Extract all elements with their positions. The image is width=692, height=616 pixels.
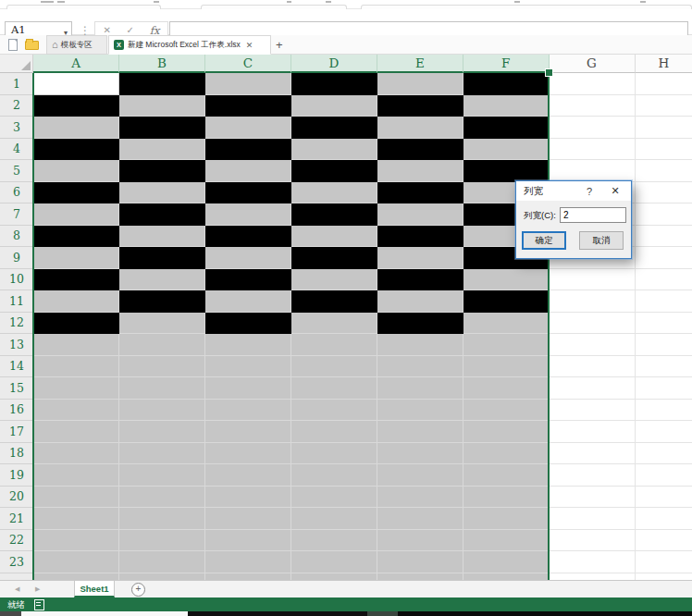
cell-D13[interactable] <box>291 334 377 356</box>
cell-F13[interactable] <box>463 334 550 356</box>
cell-H21[interactable] <box>636 508 692 530</box>
cell-C15[interactable] <box>205 377 291 400</box>
row-header-11[interactable]: 11 <box>0 290 33 313</box>
prev-sheet-icon[interactable]: ◀ <box>15 585 19 593</box>
cell-D24[interactable] <box>291 573 377 581</box>
cell-D22[interactable] <box>291 530 377 552</box>
cell-C12[interactable] <box>205 313 291 335</box>
row-header-17[interactable]: 17 <box>0 421 33 443</box>
cell-A13[interactable] <box>33 334 119 356</box>
cell-E3[interactable] <box>377 117 463 139</box>
cell-G23[interactable] <box>550 551 636 573</box>
cell-A9[interactable] <box>33 247 119 269</box>
cell-G2[interactable] <box>550 95 636 117</box>
close-icon[interactable]: ✕ <box>609 185 622 197</box>
cell-E13[interactable] <box>377 334 463 356</box>
cell-H20[interactable] <box>636 487 692 509</box>
column-header-E[interactable]: E <box>377 55 463 73</box>
new-document-icon[interactable] <box>8 39 18 51</box>
cell-D17[interactable] <box>291 421 377 443</box>
row-header-14[interactable]: 14 <box>0 356 33 378</box>
cell-C11[interactable] <box>205 290 291 313</box>
row-header-10[interactable]: 10 <box>0 269 33 291</box>
cell-B22[interactable] <box>119 530 205 552</box>
cancel-entry-icon[interactable]: ✕ <box>103 25 110 35</box>
cell-F20[interactable] <box>463 487 550 509</box>
cell-D2[interactable] <box>291 95 377 117</box>
cell-F2[interactable] <box>463 95 550 117</box>
cell-G11[interactable] <box>550 290 636 313</box>
cell-E12[interactable] <box>377 313 463 335</box>
cell-G17[interactable] <box>550 421 636 443</box>
cell-B10[interactable] <box>119 269 205 291</box>
cell-G13[interactable] <box>550 334 636 356</box>
cell-A19[interactable] <box>33 464 119 487</box>
row-header-1[interactable]: 1 <box>0 73 33 95</box>
row-header-13[interactable]: 13 <box>0 334 33 356</box>
cell-E16[interactable] <box>377 400 463 422</box>
cell-A2[interactable] <box>33 95 119 117</box>
cell-H7[interactable] <box>636 203 692 226</box>
cell-C10[interactable] <box>205 269 291 291</box>
cell-B17[interactable] <box>119 421 205 443</box>
cell-H17[interactable] <box>636 421 692 443</box>
cell-F5[interactable] <box>463 160 550 182</box>
cell-H8[interactable] <box>636 226 692 248</box>
cell-C6[interactable] <box>205 182 291 204</box>
cell-A4[interactable] <box>33 139 119 161</box>
cell-B23[interactable] <box>119 551 205 573</box>
cell-C16[interactable] <box>205 400 291 422</box>
row-header-6[interactable]: 6 <box>0 182 33 204</box>
cell-F3[interactable] <box>463 117 550 139</box>
cell-E10[interactable] <box>377 269 463 291</box>
cell-D15[interactable] <box>291 377 377 400</box>
cell-H5[interactable] <box>636 160 692 182</box>
cell-D19[interactable] <box>291 464 377 487</box>
select-all-corner[interactable] <box>0 55 33 73</box>
cell-E15[interactable] <box>377 377 463 400</box>
cell-C22[interactable] <box>205 530 291 552</box>
cell-F17[interactable] <box>463 421 550 443</box>
cell-A3[interactable] <box>33 117 119 139</box>
cell-B1[interactable] <box>119 73 205 95</box>
cell-C9[interactable] <box>205 247 291 269</box>
cell-H24[interactable] <box>636 573 692 581</box>
cell-E17[interactable] <box>377 421 463 443</box>
cell-G1[interactable] <box>550 73 636 95</box>
row-header-4[interactable]: 4 <box>0 139 33 161</box>
cell-A18[interactable] <box>33 443 119 465</box>
cell-A15[interactable] <box>33 377 119 400</box>
cell-C17[interactable] <box>205 421 291 443</box>
cell-E2[interactable] <box>377 95 463 117</box>
column-header-H[interactable]: H <box>636 55 692 73</box>
cell-C24[interactable] <box>205 573 291 581</box>
cell-B12[interactable] <box>119 313 205 335</box>
cell-G4[interactable] <box>550 139 636 161</box>
cell-E6[interactable] <box>377 182 463 204</box>
cell-A1[interactable] <box>33 73 119 95</box>
cell-B11[interactable] <box>119 290 205 313</box>
cell-F24[interactable] <box>463 573 550 581</box>
cell-F18[interactable] <box>463 443 550 465</box>
cell-A24[interactable] <box>33 573 119 581</box>
cell-E9[interactable] <box>377 247 463 269</box>
cell-B3[interactable] <box>119 117 205 139</box>
cell-H22[interactable] <box>636 530 692 552</box>
row-header-24[interactable] <box>0 573 33 581</box>
row-header-18[interactable]: 18 <box>0 443 33 465</box>
cell-B20[interactable] <box>119 487 205 509</box>
row-header-5[interactable]: 5 <box>0 160 33 182</box>
cell-E18[interactable] <box>377 443 463 465</box>
cell-G16[interactable] <box>550 400 636 422</box>
cell-H15[interactable] <box>636 377 692 400</box>
cell-A5[interactable] <box>33 160 119 182</box>
cell-H14[interactable] <box>636 356 692 378</box>
macro-record-icon[interactable] <box>34 599 44 610</box>
cell-G22[interactable] <box>550 530 636 552</box>
cell-H3[interactable] <box>636 117 692 139</box>
cell-G18[interactable] <box>550 443 636 465</box>
cell-H2[interactable] <box>636 95 692 117</box>
cell-A10[interactable] <box>33 269 119 291</box>
cell-C14[interactable] <box>205 356 291 378</box>
cell-G24[interactable] <box>550 573 636 581</box>
